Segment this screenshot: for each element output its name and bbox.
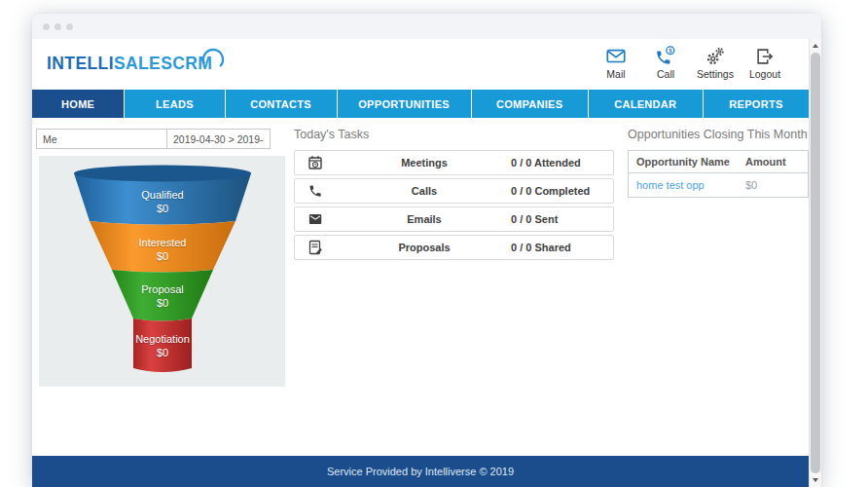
tab-opportunities[interactable]: OPPORTUNITIES: [338, 90, 472, 118]
task-row-emails[interactable]: Emails 0 / 0 Sent: [294, 206, 614, 232]
opportunity-amount: $0: [738, 173, 809, 198]
call-dollar-icon: $: [654, 46, 677, 67]
funnel-label: Interested: [139, 237, 187, 248]
call-button[interactable]: $ Call: [647, 46, 684, 80]
mail-button[interactable]: Mail: [597, 46, 634, 80]
funnel-label: Negotiation: [135, 333, 190, 345]
task-value: 0 / 0 Completed: [511, 185, 613, 197]
mail-label: Mail: [606, 68, 625, 80]
tasks-title: Today's Tasks: [294, 128, 614, 141]
opportunities-section: Opportunities Closing This Month Opportu…: [628, 128, 809, 198]
document-icon: [295, 240, 323, 255]
funnel-label: Qualified: [141, 189, 183, 201]
window-titlebar: [32, 14, 821, 39]
task-label: Proposals: [338, 242, 511, 253]
arrow-down-icon: [813, 478, 818, 482]
window-control-dot[interactable]: [43, 23, 50, 30]
dashboard-main: Qualified $0 Interested $0 Proposal $0 N…: [32, 118, 809, 456]
window-control-dot[interactable]: [66, 23, 73, 30]
envelope-icon: [295, 211, 323, 227]
funnel-top-opening: [74, 166, 251, 182]
funnel-amount: $0: [157, 297, 168, 309]
opportunities-table: Opportunity Name Amount home test opp $0: [628, 150, 809, 198]
tab-calendar[interactable]: CALENDAR: [589, 90, 704, 118]
main-nav: HOME LEADS CONTACTS OPPORTUNITIES COMPAN…: [32, 90, 809, 118]
task-value: 0 / 0 Sent: [511, 213, 613, 225]
funnel-segment-proposal[interactable]: [112, 270, 213, 321]
funnel-segment-negotiation[interactable]: [133, 318, 192, 372]
task-value: 0 / 0 Attended: [511, 157, 613, 169]
tab-companies[interactable]: COMPANIES: [472, 90, 589, 118]
opportunities-title: Opportunities Closing This Month: [628, 128, 809, 141]
todays-tasks-section: Today's Tasks Meet: [294, 128, 614, 263]
task-label: Calls: [338, 185, 511, 197]
app-window: INTELLI SALESCRM Mail: [32, 14, 821, 487]
column-header-amount: Amount: [738, 151, 809, 173]
task-label: Emails: [338, 213, 511, 225]
app-logo: INTELLI SALESCRM: [47, 54, 212, 74]
logo-text-primary: INTELLI: [47, 54, 114, 74]
scrollbar-up-button[interactable]: [810, 39, 821, 53]
logo-text-secondary: SALESCRM: [114, 54, 212, 74]
filter-bar: [36, 129, 271, 149]
funnel-label: Proposal: [141, 283, 183, 295]
call-label: Call: [657, 68, 674, 80]
window-control-dot[interactable]: [54, 23, 61, 30]
tab-leads[interactable]: LEADS: [125, 90, 225, 118]
funnel-amount: $0: [157, 203, 168, 214]
tab-home[interactable]: HOME: [32, 90, 125, 118]
phone-icon: [295, 183, 323, 199]
app-header: INTELLI SALESCRM Mail: [32, 39, 809, 90]
scrollbar-down-button[interactable]: [810, 473, 821, 487]
column-header-opportunity-name: Opportunity Name: [629, 151, 739, 173]
gears-icon: [704, 46, 727, 67]
tab-contacts[interactable]: CONTACTS: [226, 90, 338, 118]
calendar-icon: [295, 155, 323, 170]
owner-filter-input[interactable]: [36, 129, 167, 149]
sales-funnel-chart: Qualified $0 Interested $0 Proposal $0 N…: [39, 156, 285, 387]
opportunity-link[interactable]: home test opp: [636, 179, 705, 191]
mail-icon: [604, 46, 628, 67]
task-row-calls[interactable]: Calls 0 / 0 Completed: [294, 178, 614, 204]
logout-icon: [753, 46, 777, 67]
funnel-amount: $0: [157, 347, 168, 358]
vertical-scrollbar[interactable]: [809, 39, 821, 487]
logout-label: Logout: [749, 68, 780, 80]
funnel-amount: $0: [157, 250, 168, 262]
task-value: 0 / 0 Shared: [511, 242, 613, 253]
tab-reports[interactable]: REPORTS: [704, 90, 809, 118]
settings-label: Settings: [697, 68, 734, 80]
task-label: Meetings: [338, 157, 511, 169]
scrollbar-thumb[interactable]: [811, 53, 820, 473]
arrow-up-icon: [813, 44, 818, 48]
logo-swoosh-icon: [200, 47, 226, 72]
footer-text: Service Provided by Intelliverse © 2019: [327, 466, 514, 477]
header-actions: Mail $ Call: [597, 46, 783, 80]
app-footer: Service Provided by Intelliverse © 2019: [32, 456, 809, 487]
task-row-proposals[interactable]: Proposals 0 / 0 Shared: [294, 235, 614, 260]
table-row: home test opp $0: [629, 173, 809, 198]
task-row-meetings[interactable]: Meetings 0 / 0 Attended: [294, 150, 614, 175]
logout-button[interactable]: Logout: [746, 46, 783, 80]
date-range-input[interactable]: [166, 129, 271, 149]
settings-button[interactable]: Settings: [697, 46, 734, 80]
